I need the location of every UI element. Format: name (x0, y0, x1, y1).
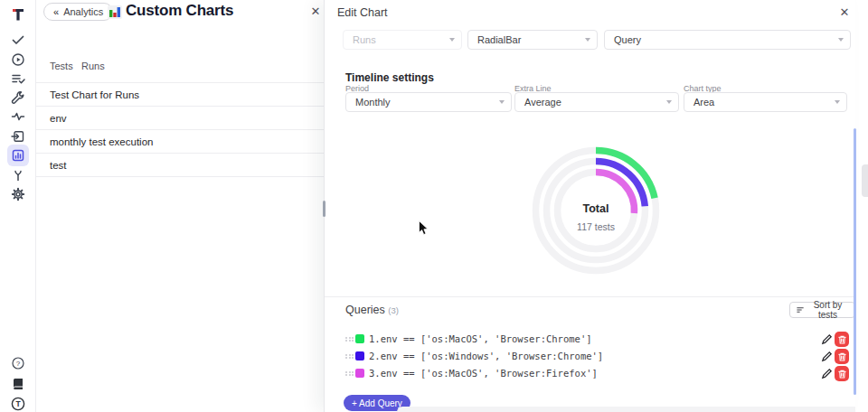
delete-query-button[interactable] (835, 349, 849, 364)
mode-select-value: Query (614, 34, 641, 45)
chevron-down-icon (838, 38, 844, 42)
chart-type-select-value: Area (693, 97, 714, 108)
import-box-icon (11, 129, 25, 144)
mode-select[interactable]: Query (604, 30, 851, 50)
edit-chart-panel: Edit Chart ✕ Runs RadialBar Query Timeli… (325, 0, 855, 412)
gear-icon (11, 187, 25, 201)
drag-handle-icon[interactable] (345, 369, 354, 379)
book-icon (11, 377, 25, 391)
help-icon: ? (11, 356, 25, 370)
chevron-down-icon (666, 100, 672, 104)
list-check-icon (11, 71, 25, 86)
extra-line-select[interactable]: Average (514, 92, 679, 112)
account-avatar[interactable]: T (7, 393, 29, 412)
edit-pencil-icon[interactable] (821, 368, 833, 379)
chart-kind-select-value: RadialBar (477, 34, 521, 45)
chevrons-left-icon: « (53, 6, 59, 17)
chevron-down-icon (499, 100, 505, 104)
app-sidebar: ? T (0, 0, 36, 412)
list-item[interactable]: Test Chart for Runs (36, 83, 324, 107)
help-button[interactable]: ? (7, 352, 29, 374)
panel-bottom-edge (397, 407, 855, 412)
query-row: 2.env == ['os:Windows', 'Browser:Chrome'… (325, 348, 855, 365)
sidebar-item-pulse[interactable] (7, 106, 29, 127)
chevron-down-icon (585, 38, 590, 42)
period-select-value: Monthly (355, 97, 391, 108)
chart-list: Test Chart for Runs env monthly test exe… (36, 82, 324, 177)
query-expression: 3.env == ['os:MacOS', 'Browser:Firefox'] (369, 368, 598, 379)
analytics-chart-icon (11, 148, 25, 163)
query-color-swatch (355, 334, 364, 343)
source-select-value: Runs (353, 34, 376, 45)
sidebar-item-tests[interactable] (7, 29, 29, 51)
check-icon (11, 33, 25, 47)
branch-icon (11, 168, 25, 183)
edit-chart-title: Edit Chart (337, 6, 388, 19)
activity-icon (11, 109, 25, 124)
sort-icon (797, 305, 804, 314)
sidebar-item-settings[interactable] (7, 183, 29, 205)
tab-runs[interactable]: Runs (81, 61, 105, 71)
panel-scrollbar[interactable] (854, 128, 856, 395)
tab-tests[interactable]: Tests (50, 61, 73, 71)
chart-type-select[interactable]: Area (684, 92, 847, 112)
trash-icon (838, 335, 846, 344)
timeline-settings-heading: Timeline settings (345, 71, 434, 84)
list-item[interactable]: monthly test execution (36, 130, 324, 154)
list-item[interactable]: test (36, 154, 324, 177)
panel-resize-handle[interactable] (323, 201, 326, 217)
drag-handle-icon[interactable] (345, 351, 354, 361)
extra-line-select-value: Average (524, 97, 561, 108)
trash-icon (838, 370, 846, 379)
section-divider (325, 296, 855, 297)
svg-text:?: ? (16, 360, 21, 368)
list-item[interactable]: env (36, 107, 324, 130)
bar-chart-icon (107, 4, 123, 20)
delete-query-button[interactable] (835, 332, 849, 347)
docs-button[interactable] (7, 373, 29, 395)
custom-charts-panel: « Analytics Custom Charts ✕ Tests Runs T… (36, 0, 324, 412)
source-select[interactable]: Runs (343, 30, 462, 50)
page-title: Custom Charts (126, 2, 233, 20)
wrench-icon (11, 90, 25, 105)
query-expression: 2.env == ['os:Windows', 'Browser:Chrome'… (369, 351, 603, 361)
query-expression: 1.env == ['os:MacOS', 'Browser:Chrome'] (369, 333, 592, 344)
close-edit-panel-icon[interactable]: ✕ (837, 5, 852, 20)
app-logo[interactable] (7, 4, 29, 25)
query-row: 1.env == ['os:MacOS', 'Browser:Chrome'] (325, 331, 855, 348)
sidebar-item-analytics[interactable] (7, 145, 29, 166)
chart-kind-select[interactable]: RadialBar (467, 30, 598, 50)
query-color-swatch (355, 351, 364, 360)
query-color-swatch (355, 369, 364, 378)
play-circle-icon (11, 52, 25, 67)
avatar-t-icon: T (11, 397, 25, 411)
chevron-down-icon (449, 38, 455, 42)
back-to-analytics-button[interactable]: « Analytics (43, 3, 113, 21)
back-button-label: Analytics (63, 6, 103, 17)
edit-pencil-icon[interactable] (821, 351, 833, 362)
trash-icon (838, 352, 846, 361)
query-row: 3.env == ['os:MacOS', 'Browser:Firefox'] (325, 365, 855, 382)
logo-t-icon (11, 7, 25, 22)
queries-heading-text: Queries (345, 304, 385, 316)
delete-query-button[interactable] (835, 366, 849, 381)
edit-pencil-icon[interactable] (821, 333, 833, 345)
window-scrollbar-thumb[interactable] (862, 164, 868, 197)
queries-heading: Queries (3) (345, 304, 399, 316)
close-panel-icon[interactable]: ✕ (308, 5, 323, 19)
queries-count-badge: (3) (388, 305, 399, 315)
chevron-down-icon (835, 100, 840, 104)
svg-text:T: T (15, 399, 21, 408)
period-select[interactable]: Monthly (345, 92, 512, 112)
sort-by-tests-button[interactable]: Sort by tests (789, 302, 855, 318)
sort-button-label: Sort by tests (807, 300, 848, 320)
drag-handle-icon[interactable] (345, 334, 354, 344)
radial-bar-chart (505, 120, 686, 301)
